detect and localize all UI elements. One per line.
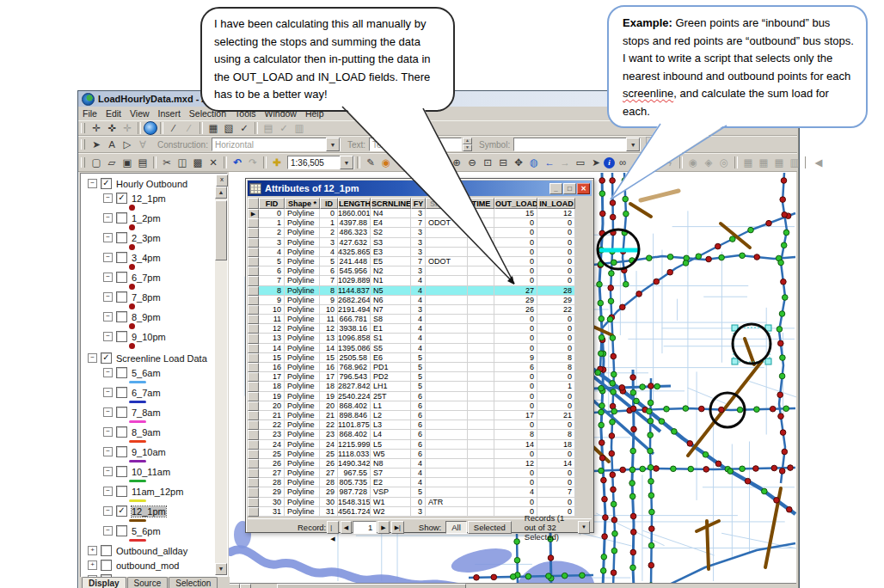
- cell[interactable]: 0: [494, 266, 537, 276]
- callout-tool-icon[interactable]: ▷: [120, 138, 135, 151]
- cell[interactable]: 6: [411, 401, 426, 411]
- cell[interactable]: [426, 430, 468, 439]
- toc-layer-9_10pm[interactable]: −9_10pm: [103, 330, 227, 343]
- cell[interactable]: 0: [537, 238, 575, 248]
- cell[interactable]: 19: [320, 392, 338, 401]
- cell[interactable]: 0: [494, 257, 537, 266]
- cell[interactable]: E4: [371, 218, 411, 228]
- bus-stop-inbound[interactable]: [672, 429, 678, 435]
- cell[interactable]: 1860.001: [338, 209, 371, 218]
- bus-stop-outbound[interactable]: [548, 555, 554, 561]
- cell[interactable]: 15: [494, 209, 537, 218]
- histogram-window-icon[interactable]: ▥: [787, 156, 802, 169]
- fixed-zoom-out-icon[interactable]: ⊟: [495, 156, 511, 169]
- map-horizontal-scrollbar[interactable]: [229, 583, 796, 588]
- cell[interactable]: [468, 372, 494, 382]
- cell[interactable]: N6: [371, 296, 411, 305]
- cell[interactable]: 1096.858: [338, 334, 371, 343]
- cell[interactable]: 7: [320, 276, 338, 285]
- cell[interactable]: 8: [537, 353, 575, 363]
- cell[interactable]: 0: [494, 450, 537, 459]
- cell[interactable]: [426, 450, 468, 459]
- bus-stop-inbound[interactable]: [622, 178, 628, 184]
- bus-stop-inbound[interactable]: [667, 254, 673, 260]
- bus-stop-inbound[interactable]: [659, 419, 665, 425]
- bus-stop-outbound[interactable]: [619, 385, 625, 391]
- line-symbol[interactable]: [129, 381, 146, 383]
- cell[interactable]: 0: [537, 228, 575, 237]
- cell[interactable]: 24: [259, 440, 285, 450]
- bus-stop-inbound[interactable]: [648, 493, 654, 499]
- cell[interactable]: 29: [537, 296, 575, 305]
- bus-stop-outbound[interactable]: [474, 575, 480, 581]
- bus-stop-inbound[interactable]: [648, 479, 654, 485]
- cell[interactable]: 29: [494, 296, 537, 305]
- collapse-icon[interactable]: −: [103, 427, 113, 437]
- cell[interactable]: 1548.315: [338, 498, 371, 507]
- column-header-inload[interactable]: IN_LOAD: [537, 198, 575, 209]
- cell[interactable]: 2540.224: [338, 392, 371, 401]
- toc-layer-6_7pm[interactable]: −6_7pm: [103, 271, 227, 284]
- cell[interactable]: 8: [494, 430, 537, 439]
- full-extent-icon[interactable]: ◍: [526, 156, 542, 169]
- toc-layer-5_6am[interactable]: −5_6am: [103, 366, 227, 379]
- cell[interactable]: 22: [320, 420, 338, 430]
- column-header-outload[interactable]: OUT_LOAD: [494, 198, 537, 209]
- cell[interactable]: 4: [320, 248, 338, 257]
- column-header-scrnline[interactable]: SCRNLINE: [371, 198, 411, 209]
- row-selector[interactable]: [248, 353, 259, 363]
- cell[interactable]: Polyline: [285, 411, 320, 420]
- layer-checkbox[interactable]: [116, 446, 127, 457]
- cell[interactable]: Polyline: [285, 382, 320, 391]
- bus-stop-inbound[interactable]: [610, 335, 616, 341]
- bus-stop-outbound[interactable]: [630, 406, 636, 412]
- collapse-icon[interactable]: −: [103, 467, 113, 476]
- cell[interactable]: 427.632: [338, 238, 371, 248]
- bus-stop-inbound[interactable]: [599, 403, 605, 409]
- column-header-id[interactable]: ID: [320, 198, 338, 209]
- cell[interactable]: Polyline: [285, 401, 320, 411]
- geocode-1-icon[interactable]: ◉: [685, 156, 701, 169]
- cell[interactable]: 2: [320, 228, 338, 237]
- cell[interactable]: 5: [259, 257, 285, 266]
- bus-stop-outbound[interactable]: [648, 562, 654, 568]
- bus-stop-outbound[interactable]: [719, 407, 725, 413]
- cell[interactable]: 0: [537, 276, 575, 285]
- cell[interactable]: 4: [411, 324, 426, 334]
- column-header-fid[interactable]: FID: [259, 198, 285, 209]
- bus-stop-inbound[interactable]: [611, 408, 617, 414]
- cell[interactable]: 9: [259, 296, 285, 305]
- data-view-button[interactable]: [229, 584, 240, 588]
- toolbar-grip[interactable]: [81, 157, 85, 168]
- cell[interactable]: N4: [371, 209, 411, 218]
- bus-stop-inbound[interactable]: [599, 409, 605, 415]
- bus-stop-outbound[interactable]: [599, 440, 605, 446]
- cell[interactable]: 4: [411, 334, 426, 343]
- bus-stop-inbound[interactable]: [648, 448, 654, 454]
- collapse-icon[interactable]: −: [103, 506, 113, 516]
- zoom-in-icon[interactable]: ⊕: [449, 156, 464, 169]
- cell[interactable]: 6: [411, 420, 426, 430]
- text-input[interactable]: Text: [369, 138, 462, 151]
- cell[interactable]: 7: [411, 257, 426, 266]
- cell[interactable]: 1144.837: [338, 286, 371, 296]
- layer-label[interactable]: 12_1pm: [132, 193, 166, 204]
- toc-layer-5_6pm[interactable]: −5_6pm: [103, 524, 227, 537]
- cell[interactable]: [468, 363, 494, 372]
- layer-checkbox[interactable]: [116, 466, 127, 477]
- bus-stop-inbound[interactable]: [510, 574, 516, 580]
- cell[interactable]: 26: [259, 459, 285, 469]
- table-row-20[interactable]: 20Polyline20868.402L1600: [248, 401, 575, 411]
- current-record-input[interactable]: 1: [353, 521, 377, 534]
- toolbar-grip[interactable]: [81, 123, 85, 133]
- cell[interactable]: N2: [371, 266, 411, 276]
- bus-stop-inbound[interactable]: [595, 370, 601, 376]
- new-document-icon[interactable]: ▢: [89, 156, 104, 169]
- bus-stop-outbound[interactable]: [715, 461, 721, 467]
- bus-stop-outbound[interactable]: [603, 515, 609, 521]
- cell[interactable]: [468, 305, 494, 315]
- cell[interactable]: 0: [537, 344, 575, 353]
- cell[interactable]: 5: [320, 257, 338, 266]
- editor-pencil-icon[interactable]: ✎: [363, 156, 378, 169]
- bus-stop-outbound[interactable]: [599, 178, 605, 184]
